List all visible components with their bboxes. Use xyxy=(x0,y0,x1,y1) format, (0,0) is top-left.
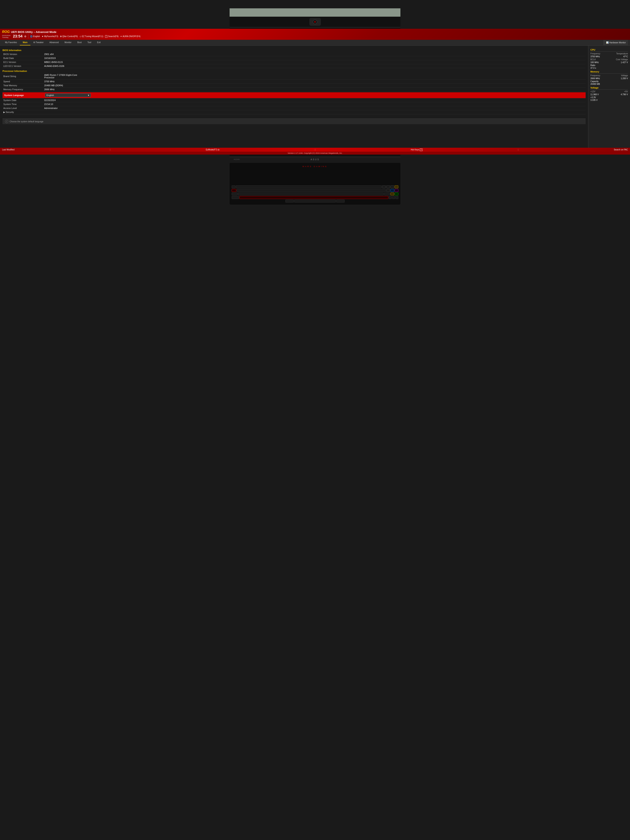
mem-freq-val-row: 2666 MHz 1.200 V xyxy=(591,77,628,80)
star-icon: ★ xyxy=(42,35,44,38)
v12-value: 11.968 V xyxy=(591,93,599,96)
cpu-bclk-val-row: 100 MHz 1.427 V xyxy=(591,61,628,63)
mem-freq-value: 2666 MHz xyxy=(591,77,600,80)
bios-version-row: BIOS Version 2901 x64 xyxy=(3,52,586,56)
nav-item-main[interactable]: Main xyxy=(20,40,30,46)
system-date-row[interactable]: System Date 02/20/2024 xyxy=(3,98,586,102)
nav-item-tool[interactable]: Tool xyxy=(85,40,94,46)
search-tool[interactable]: ? Search(F9) xyxy=(105,35,118,38)
language-dropdown-wrapper[interactable]: English ▼ xyxy=(45,93,91,97)
key xyxy=(392,196,395,199)
key xyxy=(382,185,386,188)
spacebar xyxy=(294,200,336,202)
cpu-bclk-row: BCLK Core Voltage xyxy=(591,58,628,61)
hotkeys-icon: ? xyxy=(420,148,423,151)
voltage-title: Voltage xyxy=(591,87,628,90)
bios-screen: ROG UEFI BIOS Utility – Advanced Mode 02… xyxy=(0,29,630,155)
last-modified-label[interactable]: Last Modified xyxy=(2,148,14,151)
monitor-icon: 📊 xyxy=(606,41,608,44)
voltage-section: Voltage +12V +5V 11.968 V 4.796 V +3.3V … xyxy=(591,87,628,101)
key xyxy=(390,189,394,192)
v5-label: +5V xyxy=(624,90,628,93)
v33-val: 3.335 V xyxy=(591,99,628,101)
bios-footer: Last Modified | EzMode(F7) ⊟ | Hot Keys … xyxy=(0,148,630,152)
cpu-freq-label: Frequency xyxy=(591,52,600,55)
language-tool[interactable]: 🌐 English xyxy=(30,35,40,38)
mem-capacity-val: 20480 MB xyxy=(591,83,628,85)
webcam xyxy=(309,18,321,26)
eztuning-tool[interactable]: ◇ EZ Tuning Wizard(F11) xyxy=(80,35,103,38)
nav-item-boot[interactable]: Boot xyxy=(74,40,85,46)
cpu-temp-value: 47°C xyxy=(623,55,628,58)
key xyxy=(395,193,398,196)
language-label: English xyxy=(33,35,40,38)
aura-icon: ✦ xyxy=(120,35,122,38)
key xyxy=(389,196,392,199)
cpu-ratio-value: 37.0 x xyxy=(591,67,596,69)
info-message: Choose the system default language xyxy=(9,120,43,123)
system-language-row[interactable]: System Language English ▼ xyxy=(3,92,586,98)
hdmi-label: HDMI xyxy=(234,158,240,160)
key xyxy=(236,185,382,188)
bios-info-header: BIOS Information xyxy=(3,49,586,52)
key xyxy=(386,189,390,192)
nav-item-monitor[interactable]: Monitor xyxy=(62,40,74,46)
rog-logo: ROG xyxy=(2,30,9,34)
nav-item-exit[interactable]: Exit xyxy=(94,40,104,46)
info-bar: i Choose the system default language xyxy=(3,118,586,124)
hotkeys-button[interactable]: Hot Keys ? xyxy=(411,148,423,151)
info-icon: i xyxy=(5,120,8,123)
security-row[interactable]: ▶ Security xyxy=(3,110,586,114)
cpu-temp-label: Temperature xyxy=(616,52,628,55)
language-dropdown[interactable]: English xyxy=(45,93,91,97)
hw-monitor-panel: CPU Frequency Temperature 3700 MHz 47°C … xyxy=(588,46,630,148)
key xyxy=(336,200,344,202)
v33-label-row: +3.3V xyxy=(591,96,628,98)
v12-label: +12V xyxy=(591,90,595,93)
key xyxy=(390,193,394,196)
asus-brand: ASUS xyxy=(311,158,320,161)
cpu-freq-row: Frequency Temperature xyxy=(591,52,628,55)
brand-string-row: Brand String AMD Ryzen 7 2700X Eight-Cor… xyxy=(3,73,586,80)
system-time-row[interactable]: System Time 23:54:10 xyxy=(3,102,586,106)
cpu-corevolt-value: 1.427 V xyxy=(621,61,628,63)
webcam-lens xyxy=(313,20,317,24)
cpu-ratio-row: Ratio xyxy=(591,64,628,66)
processor-info-header: Processor Information xyxy=(3,70,586,72)
key xyxy=(386,185,390,188)
myfavorite-tool[interactable]: ★ MyFavorite(F3) xyxy=(42,35,58,38)
key xyxy=(395,189,398,192)
ezmode-button[interactable]: EzMode(F7) ⊟ xyxy=(206,148,219,151)
aura-tool[interactable]: ✦ AURA ON/OFF(F4) xyxy=(120,35,141,38)
key xyxy=(232,185,235,188)
access-level-row: Access Level Administrator xyxy=(3,106,586,110)
bios-title: UEFI BIOS Utility – Advanced Mode xyxy=(11,30,56,33)
cpu-ratio-val: 37.0 x xyxy=(591,67,628,69)
key xyxy=(395,185,398,188)
nav-item-advanced[interactable]: Advanced xyxy=(46,40,62,46)
cpu-freq-val-row: 3700 MHz 47°C xyxy=(591,55,628,58)
mem-freq-row: Frequency Voltage xyxy=(591,74,628,77)
key xyxy=(232,196,239,199)
bios-info-section: BIOS Information BIOS Version 2901 x64 B… xyxy=(3,49,586,68)
bios-content: BIOS Information BIOS Version 2901 x64 B… xyxy=(0,46,588,148)
memory-title: Memory xyxy=(591,70,628,74)
nav-item-favorites[interactable]: My Favorites xyxy=(2,40,20,46)
cpu-section: CPU Frequency Temperature 3700 MHz 47°C … xyxy=(591,49,628,69)
v12-row: +12V +5V xyxy=(591,90,628,93)
ezmode-icon: ⊟ xyxy=(218,148,219,151)
qfan-tool[interactable]: ✿ Qfan Control(F6) xyxy=(60,35,78,38)
mem-capacity-label-row: Capacity xyxy=(591,80,628,82)
key xyxy=(395,196,398,199)
hw-monitor-label: Hardware Monitor xyxy=(609,41,626,44)
search-fac-button[interactable]: Search on FAC xyxy=(614,148,628,151)
hardware-monitor-nav[interactable]: 📊 Hardware Monitor xyxy=(604,40,628,45)
speed-row: Speed 3700 MHz xyxy=(3,80,586,84)
cpu-freq-value: 3700 MHz xyxy=(591,55,600,58)
mem-freq-label: Frequency xyxy=(591,74,600,77)
globe-icon: 🌐 xyxy=(30,35,33,38)
processor-info-section: Processor Information Brand String AMD R… xyxy=(3,70,586,92)
v12-val-row: 11.968 V 4.796 V xyxy=(591,93,628,96)
nav-item-aitweaker[interactable]: Ai Tweaker xyxy=(30,40,46,46)
settings-icon[interactable]: ⚙ xyxy=(24,35,27,38)
